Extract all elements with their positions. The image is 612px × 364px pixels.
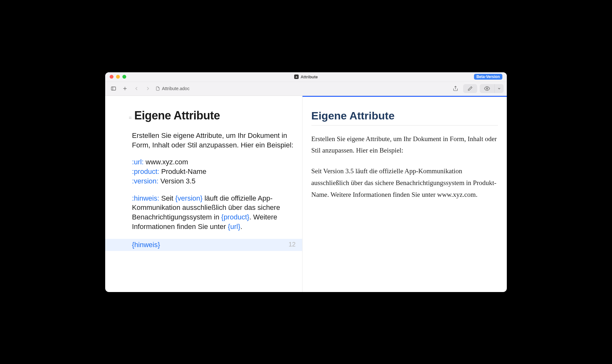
ref-version: {version}: [175, 194, 203, 202]
attr-product-value: Produkt-Name: [159, 168, 207, 175]
ref-url: {url}: [228, 223, 240, 231]
minimize-window-button[interactable]: [116, 75, 120, 79]
line-number: 12: [288, 240, 295, 249]
preview-mode-button[interactable]: [480, 84, 494, 93]
app-window: a Attribute Beta-Version: [105, 72, 507, 292]
share-icon: [453, 86, 458, 91]
attr-product-line: :product: Produkt-Name: [132, 167, 294, 176]
sidebar-toggle-button[interactable]: [108, 84, 119, 93]
share-button[interactable]: [450, 84, 461, 93]
attr-version-line: :version: Version 3.5: [132, 176, 294, 186]
editor-current-line: {hinweis} 12: [105, 239, 302, 251]
window-title-text: Attribute: [301, 75, 318, 79]
editor-heading: Eigene Attribute: [134, 108, 220, 124]
nav-back-button[interactable]: [131, 84, 142, 93]
eye-icon: [484, 86, 490, 91]
hinweis-t4: .: [240, 223, 242, 231]
new-button[interactable]: [120, 84, 130, 93]
breadcrumb-filename: Attribute.adoc: [162, 86, 189, 91]
ref-hinweis: {hinweis}: [132, 240, 160, 250]
chevron-down-icon: [497, 87, 501, 90]
preview-paragraph-1: Erstellen Sie eigene Attribute, um Ihr D…: [311, 133, 498, 157]
traffic-lights: [110, 75, 126, 79]
close-window-button[interactable]: [110, 75, 113, 79]
titlebar: a Attribute Beta-Version: [105, 72, 507, 82]
editor-attributes-block: :url: www.xyz.com :product: Produkt-Name…: [110, 157, 297, 186]
view-mode-dropdown[interactable]: [494, 84, 504, 93]
editor-heading-row: = Eigene Attribute: [110, 108, 297, 124]
edit-mode-button[interactable]: [463, 84, 477, 93]
editor-intro: Erstellen Sie eigene Attribute, um Ihr D…: [110, 131, 297, 150]
attr-version-value: Version 3.5: [158, 177, 195, 185]
toolbar-right: [450, 84, 504, 93]
attr-url-key: :url:: [132, 158, 144, 166]
attr-version-key: :version:: [132, 177, 158, 185]
svg-point-5: [486, 88, 488, 89]
heading-marker: =: [129, 114, 131, 121]
pencil-icon: [468, 86, 473, 91]
preview-heading: Eigene Attribute: [311, 110, 498, 125]
view-mode-button[interactable]: [480, 84, 504, 93]
file-icon: [156, 86, 160, 91]
ref-product: {product}: [221, 213, 249, 221]
breadcrumb[interactable]: Attribute.adoc: [156, 86, 189, 91]
content-area: = Eigene Attribute Erstellen Sie eigene …: [105, 96, 507, 292]
attr-product-key: :product:: [132, 168, 159, 175]
chevron-left-icon: [134, 86, 139, 91]
svg-rect-0: [111, 87, 116, 90]
nav-forward-button[interactable]: [143, 84, 153, 93]
toolbar: Attribute.adoc: [105, 82, 507, 96]
attr-url-line: :url: www.xyz.com: [132, 157, 294, 167]
plus-icon: [122, 86, 128, 91]
fullscreen-window-button[interactable]: [122, 75, 126, 79]
sidebar-icon: [111, 86, 116, 91]
attr-hinweis-key: :hinweis:: [132, 194, 159, 202]
attr-url-value: www.xyz.com: [144, 158, 188, 166]
editor-hinweis-block: :hinweis: Seit {version} läuft die offiz…: [110, 194, 297, 232]
editor-pane[interactable]: = Eigene Attribute Erstellen Sie eigene …: [105, 96, 302, 292]
app-icon: a: [294, 75, 299, 79]
window-title: a Attribute: [294, 75, 318, 79]
hinweis-t1: Seit: [159, 194, 175, 202]
preview-pane: Eigene Attribute Erstellen Sie eigene At…: [302, 96, 507, 292]
chevron-right-icon: [145, 86, 151, 91]
beta-badge: Beta-Version: [474, 74, 502, 80]
preview-paragraph-2: Seit Version 3.5 läuft die offizielle Ap…: [311, 165, 498, 200]
